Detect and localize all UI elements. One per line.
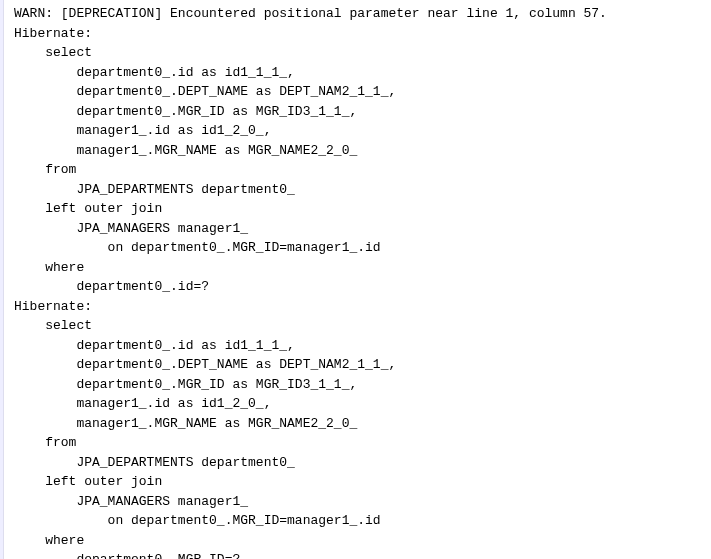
log-line: from xyxy=(14,160,703,180)
log-line: manager1_.MGR_NAME as MGR_NAME2_2_0_ xyxy=(14,141,703,161)
log-line: Hibernate: xyxy=(14,24,703,44)
log-line: department0_.MGR_ID as MGR_ID3_1_1_, xyxy=(14,375,703,395)
log-line: left outer join xyxy=(14,472,703,492)
log-line: department0_.DEPT_NAME as DEPT_NAM2_1_1_… xyxy=(14,355,703,375)
log-line: manager1_.id as id1_2_0_, xyxy=(14,394,703,414)
log-line: JPA_MANAGERS manager1_ xyxy=(14,219,703,239)
log-line: manager1_.id as id1_2_0_, xyxy=(14,121,703,141)
log-line: JPA_MANAGERS manager1_ xyxy=(14,492,703,512)
log-line: where xyxy=(14,258,703,278)
log-line: left outer join xyxy=(14,199,703,219)
gutter xyxy=(0,0,4,559)
log-line: select xyxy=(14,316,703,336)
log-line: manager1_.MGR_NAME as MGR_NAME2_2_0_ xyxy=(14,414,703,434)
log-line: JPA_DEPARTMENTS department0_ xyxy=(14,180,703,200)
log-line: on department0_.MGR_ID=manager1_.id xyxy=(14,238,703,258)
log-output: WARN: [DEPRECATION] Encountered position… xyxy=(14,4,703,559)
log-line: on department0_.MGR_ID=manager1_.id xyxy=(14,511,703,531)
log-line: select xyxy=(14,43,703,63)
log-line: JPA_DEPARTMENTS department0_ xyxy=(14,453,703,473)
log-line: department0_.MGR_ID as MGR_ID3_1_1_, xyxy=(14,102,703,122)
log-line: department0_.DEPT_NAME as DEPT_NAM2_1_1_… xyxy=(14,82,703,102)
log-line: Hibernate: xyxy=(14,297,703,317)
log-line: department0_.id=? xyxy=(14,277,703,297)
log-line: department0_.id as id1_1_1_, xyxy=(14,336,703,356)
log-line: WARN: [DEPRECATION] Encountered position… xyxy=(14,4,703,24)
log-line: department0_.id as id1_1_1_, xyxy=(14,63,703,83)
log-line: department0_.MGR_ID=? xyxy=(14,550,703,559)
log-line: where xyxy=(14,531,703,551)
log-line: from xyxy=(14,433,703,453)
